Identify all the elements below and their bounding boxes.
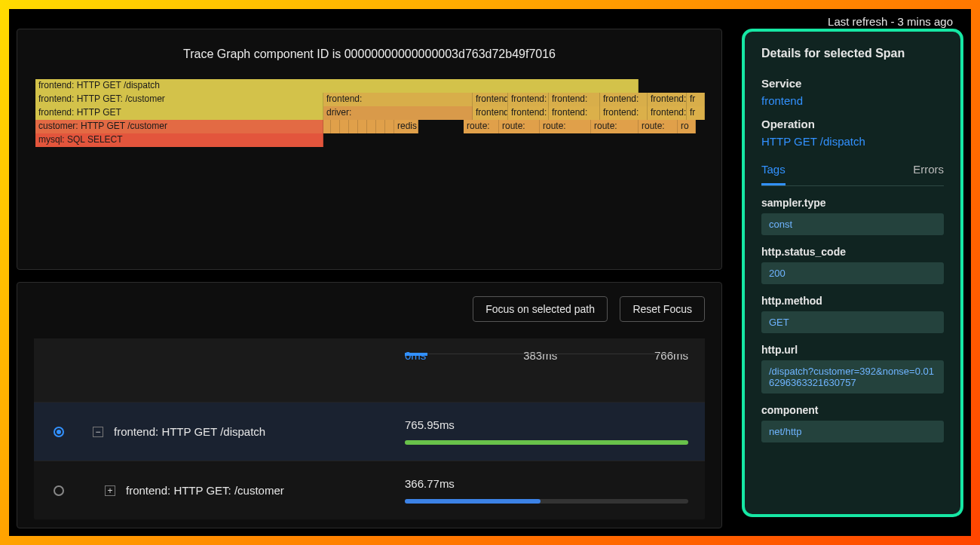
flame-span[interactable]: route: bbox=[591, 120, 639, 133]
tag-value: net/http bbox=[761, 421, 944, 442]
tag-item: sampler.type const bbox=[761, 197, 944, 235]
trace-graph-title: Trace Graph component ID is 000000000000… bbox=[35, 47, 703, 61]
tag-value: 200 bbox=[761, 262, 944, 284]
flame-graph[interactable]: frontend: HTTP GET /dispatchfrontend: HT… bbox=[35, 79, 703, 155]
left-column: Trace Graph component ID is 000000000000… bbox=[17, 12, 722, 528]
flame-span[interactable] bbox=[376, 120, 385, 133]
flame-span[interactable]: route: bbox=[499, 120, 540, 133]
tag-item: http.method GET bbox=[761, 295, 944, 333]
flame-span[interactable]: frontend: bbox=[323, 93, 473, 106]
tag-key: sampler.type bbox=[761, 197, 944, 209]
flame-span[interactable]: ro bbox=[678, 120, 696, 133]
span-table-header: 0ms 383ms 766ms bbox=[34, 338, 705, 402]
flame-span[interactable]: route: bbox=[639, 120, 678, 133]
details-panel: Details for selected Span Service fronte… bbox=[742, 29, 963, 517]
flame-span[interactable]: frontend: bbox=[600, 93, 648, 106]
span-row-label: frontend: HTTP GET: /customer bbox=[126, 484, 284, 497]
tree-toggle[interactable]: + bbox=[105, 485, 115, 496]
tag-item: http.url /dispatch?customer=392&nonse=0.… bbox=[761, 344, 944, 393]
axis-max: 766ms bbox=[654, 349, 688, 362]
tag-key: component bbox=[761, 404, 944, 416]
operation-label: Operation bbox=[761, 118, 944, 130]
service-value[interactable]: frontend bbox=[761, 94, 944, 107]
span-row[interactable]: − frontend: HTTP GET /dispatch 765.95ms bbox=[34, 402, 705, 461]
flame-span[interactable]: frontend: bbox=[508, 106, 549, 120]
flame-span[interactable] bbox=[340, 120, 349, 133]
span-radio[interactable] bbox=[54, 485, 64, 496]
span-list-panel: Focus on selected path Reset Focus 0ms 3… bbox=[17, 282, 722, 528]
flame-span[interactable] bbox=[367, 120, 376, 133]
flame-span[interactable]: fr bbox=[687, 93, 705, 106]
tag-item: http.status_code 200 bbox=[761, 246, 944, 284]
tag-value: const bbox=[761, 213, 944, 235]
flame-span[interactable]: frontend: bbox=[473, 106, 508, 120]
tag-key: http.url bbox=[761, 344, 944, 356]
flame-span[interactable] bbox=[358, 120, 367, 133]
flame-span[interactable]: mysql: SQL SELECT bbox=[35, 133, 323, 147]
flame-span[interactable]: frontend: HTTP GET bbox=[35, 106, 323, 120]
axis-mid: 383ms bbox=[523, 349, 557, 362]
flame-span[interactable]: fr bbox=[687, 106, 705, 120]
reset-focus-button[interactable]: Reset Focus bbox=[620, 296, 705, 322]
flame-span[interactable]: route: bbox=[464, 120, 499, 133]
span-duration: 765.95ms bbox=[405, 418, 688, 431]
span-row-timeline: 765.95ms bbox=[388, 408, 705, 455]
operation-value[interactable]: HTTP GET /dispatch bbox=[761, 135, 944, 148]
flame-span[interactable]: frontend: bbox=[473, 93, 508, 106]
tab-errors[interactable]: Errors bbox=[913, 158, 944, 185]
span-row[interactable]: + frontend: HTTP GET: /customer 366.77ms bbox=[34, 461, 705, 519]
tree-toggle[interactable]: − bbox=[93, 427, 103, 437]
flame-span[interactable] bbox=[385, 120, 394, 133]
tag-item: component net/http bbox=[761, 404, 944, 442]
flame-span[interactable]: redis: bbox=[394, 120, 418, 133]
flame-span[interactable]: route: bbox=[540, 120, 591, 133]
details-title: Details for selected Span bbox=[761, 47, 944, 60]
flame-span[interactable]: frontend: bbox=[648, 93, 687, 106]
span-row-timeline: 366.77ms bbox=[388, 467, 705, 514]
tag-key: http.status_code bbox=[761, 246, 944, 258]
focus-selected-path-button[interactable]: Focus on selected path bbox=[473, 296, 608, 322]
flame-span[interactable] bbox=[331, 120, 340, 133]
flame-span[interactable] bbox=[418, 120, 464, 133]
flame-span[interactable] bbox=[323, 120, 331, 133]
span-row-label: frontend: HTTP GET /dispatch bbox=[114, 425, 265, 438]
flame-span[interactable]: driver: bbox=[323, 106, 473, 120]
span-duration: 366.77ms bbox=[405, 477, 688, 490]
trace-graph-panel: Trace Graph component ID is 000000000000… bbox=[17, 29, 722, 270]
flame-span[interactable]: customer: HTTP GET /customer bbox=[35, 120, 323, 133]
flame-span[interactable]: frontend: bbox=[600, 106, 648, 120]
flame-span[interactable]: frontend: bbox=[648, 106, 687, 120]
last-refresh: Last refresh - 3 mins ago bbox=[828, 15, 953, 28]
flame-span[interactable] bbox=[349, 120, 358, 133]
flame-span[interactable]: frontend: bbox=[549, 93, 600, 106]
tag-value: GET bbox=[761, 311, 944, 333]
flame-span[interactable]: frontend: bbox=[549, 106, 600, 120]
tag-key: http.method bbox=[761, 295, 944, 307]
flame-span[interactable]: frontend: bbox=[508, 93, 549, 106]
span-table: 0ms 383ms 766ms − frontend: HTTP GET /di… bbox=[34, 338, 705, 519]
span-radio[interactable] bbox=[54, 427, 64, 437]
tag-value: /dispatch?customer=392&nonse=0.016296363… bbox=[761, 360, 944, 393]
tab-tags[interactable]: Tags bbox=[761, 158, 786, 185]
flame-span[interactable]: frontend: HTTP GET: /customer bbox=[35, 93, 323, 106]
flame-span[interactable]: frontend: HTTP GET /dispatch bbox=[35, 79, 639, 93]
service-label: Service bbox=[761, 77, 944, 90]
